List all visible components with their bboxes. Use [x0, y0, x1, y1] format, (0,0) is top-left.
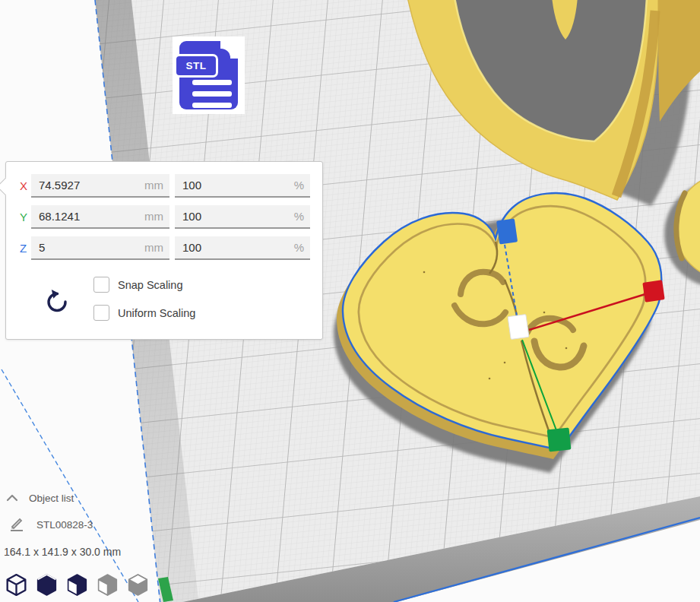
scale-row-z: Z 5 mm 100 %	[6, 236, 322, 260]
scale-tool-panel: X 74.5927 mm 100 % Y 68.1241 mm 100 % Z …	[5, 161, 323, 340]
scale-x-percent-field[interactable]: 100 %	[175, 174, 310, 198]
stl-badge-label: STL	[174, 54, 218, 78]
uniform-scaling-checkbox[interactable]	[93, 305, 109, 321]
axis-y-label: Y	[20, 205, 27, 229]
scale-row-x: X 74.5927 mm 100 %	[6, 174, 322, 198]
cube-front-icon	[36, 574, 57, 596]
scale-handle-center[interactable]	[508, 314, 529, 339]
cube-right-icon	[128, 574, 148, 596]
object-list-title: Object list	[29, 493, 74, 504]
scale-y-percent-field[interactable]: 100 %	[175, 205, 310, 229]
camera-view-toolbar	[6, 574, 148, 596]
scale-handle-x[interactable]	[642, 280, 664, 302]
rename-pencil-icon	[9, 517, 24, 532]
object-list-header[interactable]: Object list	[0, 490, 74, 506]
axis-x-label: X	[20, 174, 27, 198]
scale-row-y: Y 68.1241 mm 100 %	[6, 205, 322, 229]
view-left-button[interactable]	[97, 574, 118, 596]
scale-z-percent-field[interactable]: 100 %	[175, 236, 310, 260]
chevron-up-icon	[6, 494, 18, 502]
uniform-scaling-row: Uniform Scaling	[93, 305, 195, 321]
cube-3d-icon	[6, 574, 27, 596]
reset-rotate-icon	[43, 285, 72, 315]
model-dimensions: 164.1 x 141.9 x 30.0 mm	[4, 546, 121, 558]
axis-z-label: Z	[20, 236, 27, 260]
reset-scale-button[interactable]	[43, 285, 72, 315]
view-front-button[interactable]	[36, 574, 57, 596]
stl-document-glyph: STL	[179, 41, 238, 109]
stl-folded-corner	[220, 40, 239, 59]
uniform-scaling-label: Uniform Scaling	[118, 307, 195, 319]
scale-y-mm-field[interactable]: 68.1241 mm	[31, 205, 169, 229]
scale-handle-y[interactable]	[547, 428, 572, 452]
cube-top-icon	[67, 574, 87, 596]
scale-handle-z[interactable]	[496, 218, 518, 244]
view-right-button[interactable]	[128, 574, 148, 596]
object-list-item[interactable]: STL00828-3	[0, 516, 93, 533]
view-3d-button[interactable]	[6, 574, 27, 596]
stl-file-icon: STL	[173, 36, 245, 114]
buildvolume-edge-line	[2, 369, 138, 602]
scale-z-mm-field[interactable]: 5 mm	[31, 236, 169, 260]
object-name: STL00828-3	[36, 519, 93, 531]
snap-scaling-checkbox[interactable]	[93, 277, 109, 293]
snap-scaling-row: Snap Scaling	[93, 277, 182, 293]
snap-scaling-label: Snap Scaling	[118, 279, 182, 291]
scale-x-mm-field[interactable]: 74.5927 mm	[31, 174, 169, 198]
cube-left-icon	[97, 574, 118, 596]
view-top-button[interactable]	[67, 574, 87, 596]
